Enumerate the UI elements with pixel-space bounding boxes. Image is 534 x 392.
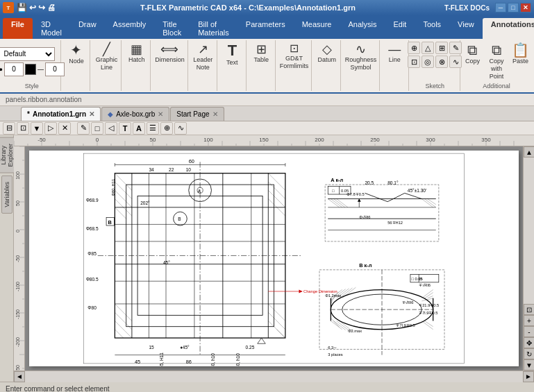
gdt-button[interactable]: ⊡ GD&TFormlimits: [277, 42, 312, 71]
doc-tab-start-page[interactable]: Start Page ✕: [170, 107, 224, 121]
annot-tool-3[interactable]: ▼: [31, 122, 43, 135]
annot-tool-2[interactable]: ⊡: [17, 122, 29, 135]
paste-button[interactable]: 📋 Paste: [509, 42, 531, 67]
doc-tab-axle-box[interactable]: ◆ Axle-box.grb ✕: [101, 107, 169, 121]
annot-tool-1[interactable]: ⊟: [3, 122, 15, 135]
graphic-line-button[interactable]: ╱ GraphicLine: [93, 42, 121, 73]
minimize-btn[interactable]: ─: [495, 3, 506, 12]
sketch-tool-5[interactable]: ⊡: [408, 56, 420, 68]
drawing-canvas[interactable]: A B 60 34 22 10: [29, 151, 519, 366]
line-button[interactable]: — Line: [383, 42, 406, 65]
tab-measure[interactable]: Measure: [294, 18, 340, 39]
status-bar: Enter command or select element: [0, 382, 534, 392]
redo-icon[interactable]: ↪: [38, 3, 45, 12]
sketch-tool-6[interactable]: ◎: [422, 56, 434, 68]
tab-3dmodel[interactable]: 3D Model: [33, 18, 70, 39]
copy-button[interactable]: ⧉ Copy: [461, 42, 483, 67]
text-button[interactable]: T Text: [221, 42, 243, 68]
svg-text:-150: -150: [15, 309, 20, 319]
leader-note-button[interactable]: ↗ LeaderNote: [190, 42, 215, 73]
close-btn[interactable]: ✕: [520, 3, 531, 12]
svg-rect-0: [14, 135, 534, 146]
annot-tool-12[interactable]: ⊕: [160, 122, 173, 135]
title-bar: T 💾 ↩ ↪ 🖨 T-FLEX Parametric CAD x64 - C:…: [0, 0, 534, 15]
undo-icon[interactable]: ↩: [29, 3, 36, 12]
sidebar-item-variables[interactable]: Variables: [1, 176, 12, 214]
annot-tool-9[interactable]: T: [119, 122, 131, 135]
scroll-right-btn[interactable]: ►: [523, 371, 534, 382]
point-label: ●: [0, 66, 3, 73]
tab-label-axle-box: Axle-box.grb: [116, 110, 155, 118]
maximize-btn[interactable]: □: [508, 3, 519, 12]
scroll-left-btn[interactable]: ◄: [14, 371, 25, 382]
color-swatch[interactable]: [25, 64, 36, 75]
sketch-tool-8[interactable]: ∿: [449, 56, 462, 68]
scroll-track-right[interactable]: [524, 157, 534, 304]
node-button[interactable]: ✦ Node: [65, 42, 87, 67]
annot-tool-11[interactable]: ☰: [147, 122, 159, 135]
ribbon-content: Default ● — Style ✦ Node ╱ Gr: [0, 39, 534, 94]
scroll-track-bottom[interactable]: [25, 371, 523, 382]
zoom-in-btn[interactable]: +: [524, 315, 534, 326]
tab-bom[interactable]: Bill of Materials: [190, 18, 237, 39]
hatch-button[interactable]: ▦ Hatch: [126, 42, 148, 65]
sketch-tool-3[interactable]: ⊞: [435, 42, 448, 54]
tab-tools[interactable]: Tools: [415, 18, 449, 39]
svg-text:150: 150: [259, 137, 269, 143]
tab-file[interactable]: File: [3, 18, 33, 39]
annot-tool-8[interactable]: ◁: [105, 122, 117, 135]
tab-edit[interactable]: Edit: [385, 18, 415, 39]
hatch-label: Hatch: [128, 56, 145, 64]
table-button[interactable]: ⊞ Table: [250, 42, 272, 65]
tab-close-start-page[interactable]: ✕: [212, 110, 218, 118]
sketch-tool-7[interactable]: ⊗: [435, 56, 448, 68]
svg-text:56∓H12: 56∓H12: [387, 221, 403, 225]
canvas-background: A B 60 34 22 10: [25, 146, 523, 370]
svg-text:22: 22: [169, 168, 174, 173]
svg-text:202°: 202°: [140, 201, 150, 205]
tab-analysis[interactable]: Analysis: [340, 18, 385, 39]
tab-draw[interactable]: Draw: [70, 18, 105, 39]
tab-parameters[interactable]: Parameters: [237, 18, 294, 39]
zoom-fit-btn[interactable]: ⊡: [524, 304, 534, 315]
dimension-button[interactable]: ⟺ Dimension: [152, 42, 187, 65]
drawing-area-container: 100 50 0 -50 -100 -150 -200 -250 -300: [14, 146, 534, 370]
save-icon[interactable]: 💾: [17, 3, 27, 12]
line-width-input[interactable]: [45, 62, 65, 76]
print-icon[interactable]: 🖨: [47, 3, 56, 12]
style-select[interactable]: Default: [0, 47, 55, 61]
tab-view[interactable]: View: [449, 18, 483, 39]
sketch-tool-1[interactable]: ⊕: [408, 42, 420, 54]
svg-text:0: 0: [96, 137, 99, 143]
copy-with-point-button[interactable]: ⧉ Copy withPoint: [485, 42, 508, 81]
svg-text:∓7l.9∓0.5: ∓7l.9∓0.5: [396, 323, 415, 327]
annot-tool-13[interactable]: ∿: [174, 122, 187, 135]
top-ruler: -50 0 50 100 150 200 250 300 350: [14, 135, 534, 146]
zoom-out-btn[interactable]: -: [524, 326, 534, 337]
sketch-tool-2[interactable]: △: [422, 42, 434, 54]
annot-tool-7[interactable]: □: [91, 122, 103, 135]
scroll-down-btn[interactable]: ▼: [524, 359, 534, 370]
ribbon-group-gdt: ⊡ GD&TFormlimits: [277, 40, 312, 91]
tab-close-axle-box[interactable]: ✕: [158, 110, 163, 118]
tab-annotations[interactable]: Annotations: [483, 18, 534, 39]
tab-assembly[interactable]: Assembly: [105, 18, 155, 39]
annot-tool-10[interactable]: A: [133, 122, 145, 135]
sketch-tool-4[interactable]: ✎: [449, 42, 462, 54]
doc-tab-annotation[interactable]: * Annotation1.grn ✕: [21, 107, 101, 121]
scroll-up-btn[interactable]: ▲: [524, 146, 534, 157]
roughness-button[interactable]: ∿ RoughnessSymbol: [342, 42, 380, 73]
svg-text:Φ80: Φ80: [87, 306, 97, 311]
help-label[interactable]: T-FLEX DOCs: [440, 3, 494, 12]
annot-tool-4[interactable]: ▷: [44, 122, 57, 135]
point-size-input[interactable]: [4, 62, 24, 76]
tab-titleblock[interactable]: Title Block: [154, 18, 190, 39]
pan-btn[interactable]: ✥: [524, 337, 534, 348]
annot-tool-6[interactable]: ✎: [77, 122, 90, 135]
rotate-btn[interactable]: ↻: [524, 348, 534, 359]
tab-close-annotation[interactable]: ✕: [89, 110, 94, 118]
datum-button[interactable]: ◇ Datum: [315, 42, 340, 65]
sketch-group-label: Sketch: [426, 81, 445, 90]
svg-text:B: B: [178, 217, 181, 222]
annot-tool-5[interactable]: ✕: [58, 122, 71, 135]
